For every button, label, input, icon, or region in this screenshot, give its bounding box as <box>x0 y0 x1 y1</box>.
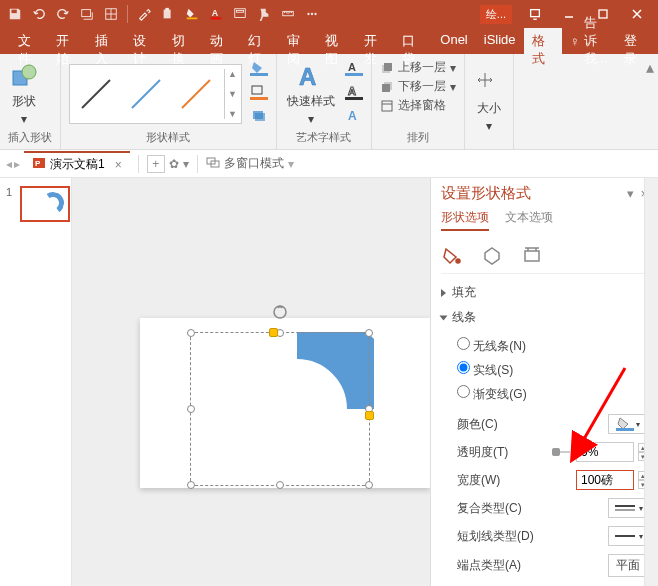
svg-rect-1 <box>82 10 91 17</box>
transparency-slider[interactable] <box>554 447 572 457</box>
tab-developer[interactable]: 开发 <box>356 28 394 54</box>
font-color-icon[interactable]: A <box>205 3 227 25</box>
expand-icon <box>441 289 446 297</box>
tab-slideshow[interactable]: 幻灯 <box>240 28 278 54</box>
collapse-ribbon-icon[interactable]: ▴ <box>646 58 654 77</box>
resize-handle-ne[interactable] <box>365 329 373 337</box>
save-icon[interactable] <box>4 3 26 25</box>
svg-rect-28 <box>345 73 363 76</box>
tell-me[interactable]: ♀ 告诉我... <box>562 28 616 54</box>
bring-forward-button[interactable]: 上移一层▾ <box>380 58 456 77</box>
resize-handle-w[interactable] <box>187 405 195 413</box>
new-slide-icon[interactable] <box>76 3 98 25</box>
gallery-more-icon[interactable]: ▼ <box>228 109 237 119</box>
tab-onekey[interactable]: Onel <box>432 28 475 54</box>
tab-format[interactable]: 格式 <box>524 28 562 54</box>
format-painter-icon[interactable] <box>253 3 275 25</box>
tab-dropdown-icon[interactable]: ▾ <box>183 157 189 171</box>
gallery-down-icon[interactable]: ▼ <box>228 89 237 99</box>
tab-file[interactable]: 文件 <box>10 28 48 54</box>
selection-pane-button[interactable]: 选择窗格 <box>380 96 446 115</box>
adjust-handle-1[interactable] <box>269 328 278 337</box>
tab-design[interactable]: 设计 <box>125 28 163 54</box>
pane-scrollbar[interactable] <box>644 178 658 586</box>
line-section-header[interactable]: 线条 <box>441 305 648 330</box>
radio-solid-line[interactable]: 实线(S) <box>457 358 648 382</box>
gallery-up-icon[interactable]: ▲ <box>228 69 237 79</box>
nav-next-icon[interactable]: ▸ <box>14 157 20 171</box>
shapes-button[interactable]: 形状 ▾ <box>8 61 40 128</box>
transparency-input[interactable] <box>576 442 634 462</box>
tab-transition[interactable]: 切换 <box>164 28 202 54</box>
text-fill-icon[interactable]: A <box>345 60 363 80</box>
tab-insert[interactable]: 插入 <box>87 28 125 54</box>
slide[interactable]: + <box>140 318 430 488</box>
shape-fill-icon[interactable] <box>250 60 268 80</box>
slide-canvas[interactable]: + <box>72 178 430 586</box>
text-outline-icon[interactable]: A <box>345 84 363 104</box>
tab-review[interactable]: 审阅 <box>279 28 317 54</box>
size-props-icon[interactable] <box>521 245 543 267</box>
document-tab[interactable]: P 演示文稿1 × <box>24 151 130 176</box>
ribbon-options-icon[interactable] <box>518 0 552 28</box>
redo-icon[interactable] <box>52 3 74 25</box>
close-tab-icon[interactable]: × <box>115 158 122 172</box>
svg-rect-0 <box>12 10 17 14</box>
paste-icon[interactable] <box>157 3 179 25</box>
ruler-icon[interactable] <box>277 3 299 25</box>
undo-icon[interactable] <box>28 3 50 25</box>
style-swatch-2[interactable] <box>124 69 168 119</box>
transparency-label: 透明度(T) <box>457 444 508 461</box>
shape-effects-icon[interactable] <box>250 108 268 128</box>
style-swatch-3[interactable] <box>174 69 218 119</box>
tab-home[interactable]: 开始 <box>48 28 86 54</box>
tab-pocket[interactable]: 口袋 <box>394 28 432 54</box>
fill-line-icon[interactable] <box>441 245 463 267</box>
size-button[interactable]: 大小 ▾ <box>473 68 505 135</box>
eyedropper-icon[interactable] <box>133 3 155 25</box>
thumbnail-1[interactable]: 1 <box>8 186 63 222</box>
radio-no-line[interactable]: 无线条(N) <box>457 334 648 358</box>
fill-section-header[interactable]: 填充 <box>441 280 648 305</box>
width-input[interactable] <box>576 470 634 490</box>
send-backward-button[interactable]: 下移一层▾ <box>380 77 456 96</box>
minimize-icon[interactable] <box>552 0 586 28</box>
dash-picker-button[interactable]: ▾ <box>608 526 648 546</box>
tab-animation[interactable]: 动画 <box>202 28 240 54</box>
tab-view[interactable]: 视图 <box>317 28 355 54</box>
resize-handle-se[interactable] <box>365 481 373 489</box>
resize-handle-sw[interactable] <box>187 481 195 489</box>
shape-outline-icon[interactable] <box>250 84 268 104</box>
dash-row: 短划线类型(D) ▾ <box>441 522 648 550</box>
rotate-handle[interactable] <box>271 303 289 321</box>
tab-options-icon[interactable]: ✿ <box>169 157 179 171</box>
grid-icon[interactable] <box>100 3 122 25</box>
overflow-icon[interactable] <box>301 3 323 25</box>
adjust-handle-2[interactable] <box>365 411 374 420</box>
svg-text:P: P <box>35 159 41 168</box>
compound-picker-button[interactable]: ▾ <box>608 498 648 518</box>
dash-label: 短划线类型(D) <box>457 528 534 545</box>
pane-dropdown-icon[interactable]: ▾ <box>627 186 634 201</box>
new-tab-icon[interactable]: + <box>147 155 165 173</box>
chevron-down-icon: ▾ <box>486 119 492 133</box>
quick-styles-button[interactable]: A 快速样式 ▾ <box>285 61 337 128</box>
color-picker-button[interactable]: ▾ <box>608 414 648 434</box>
compound-row: 复合类型(C) ▾ <box>441 494 648 522</box>
multiwindow-button[interactable]: 多窗口模式 ▾ <box>206 155 294 172</box>
text-effects-icon[interactable]: A <box>345 108 363 128</box>
nav-prev-icon[interactable]: ◂ <box>6 157 12 171</box>
login-button[interactable]: 登录 <box>616 28 658 54</box>
pane-tab-text[interactable]: 文本选项 <box>505 209 553 231</box>
close-icon[interactable] <box>620 0 654 28</box>
layout-icon[interactable] <box>229 3 251 25</box>
radio-gradient-line[interactable]: 渐变线(G) <box>457 382 648 406</box>
shape-style-gallery[interactable]: ▲ ▼ ▼ <box>69 64 242 124</box>
pane-tab-shape[interactable]: 形状选项 <box>441 209 489 231</box>
tab-islide[interactable]: iSlide <box>476 28 524 54</box>
resize-handle-s[interactable] <box>276 481 284 489</box>
effects-icon[interactable] <box>481 245 503 267</box>
style-swatch-1[interactable] <box>74 69 118 119</box>
resize-handle-nw[interactable] <box>187 329 195 337</box>
fill-color-icon[interactable] <box>181 3 203 25</box>
